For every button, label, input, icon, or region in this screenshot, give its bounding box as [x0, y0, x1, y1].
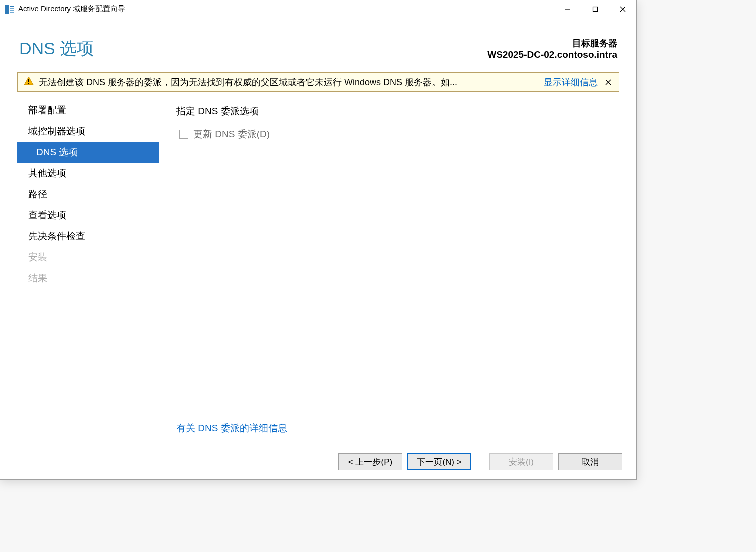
- warning-text: 无法创建该 DNS 服务器的委派，因为无法找到有权威的父区域或者它未运行 Win…: [39, 76, 539, 88]
- svg-rect-0: [6, 5, 10, 14]
- nav-item-review-options[interactable]: 查看选项: [18, 205, 160, 226]
- warning-close-button[interactable]: [603, 77, 614, 88]
- svg-rect-4: [10, 12, 14, 13]
- warning-icon: [24, 76, 34, 88]
- maximize-button[interactable]: [582, 0, 609, 18]
- minimize-button[interactable]: [554, 0, 582, 18]
- window-controls: [554, 0, 636, 18]
- nav-column: 部署配置 域控制器选项 DNS 选项 其他选项 路径 查看选项 先决条件检查 安…: [18, 97, 160, 445]
- nav-item-paths[interactable]: 路径: [18, 184, 160, 205]
- next-button[interactable]: 下一页(N) >: [408, 454, 472, 470]
- window-title: Active Directory 域服务配置向导: [18, 4, 554, 14]
- nav-item-additional-options[interactable]: 其他选项: [18, 163, 160, 184]
- dns-delegation-more-link[interactable]: 有关 DNS 委派的详细信息: [176, 418, 620, 435]
- nav-item-dns-options[interactable]: DNS 选项: [18, 142, 160, 163]
- svg-rect-2: [10, 8, 14, 9]
- nav-item-install: 安装: [18, 247, 160, 268]
- svg-rect-3: [10, 10, 14, 11]
- minimize-icon: [565, 6, 571, 12]
- page-title: DNS 选项: [20, 38, 94, 60]
- footer: < 上一步(P) 下一页(N) > 安装(I) 取消: [0, 445, 636, 480]
- svg-rect-11: [28, 83, 30, 84]
- update-dns-delegation-label: 更新 DNS 委派(D): [194, 128, 270, 141]
- previous-button[interactable]: < 上一步(P): [338, 454, 402, 470]
- target-server-label: 目标服务器: [488, 38, 618, 50]
- target-server-value: WS2025-DC-02.contoso.intra: [488, 50, 618, 60]
- nav-item-prerequisites[interactable]: 先决条件检查: [18, 226, 160, 247]
- header: DNS 选项 目标服务器 WS2025-DC-02.contoso.intra: [0, 18, 636, 72]
- section-label: 指定 DNS 委派选项: [176, 105, 620, 118]
- svg-rect-10: [28, 80, 30, 82]
- update-dns-delegation-checkbox[interactable]: [180, 130, 188, 139]
- warning-details-link[interactable]: 显示详细信息: [544, 76, 598, 88]
- close-icon: [620, 6, 626, 12]
- spacer: [176, 141, 620, 418]
- nav-item-deployment-config[interactable]: 部署配置: [18, 100, 160, 121]
- app-icon: [6, 5, 14, 14]
- svg-rect-6: [593, 7, 598, 12]
- maximize-icon: [592, 6, 598, 12]
- close-icon: [606, 80, 612, 86]
- install-button: 安装(I): [490, 454, 554, 470]
- nav-item-dc-options[interactable]: 域控制器选项: [18, 121, 160, 142]
- body: 部署配置 域控制器选项 DNS 选项 其他选项 路径 查看选项 先决条件检查 安…: [0, 97, 636, 445]
- content-column: 指定 DNS 委派选项 更新 DNS 委派(D) 有关 DNS 委派的详细信息: [160, 97, 636, 445]
- cancel-button[interactable]: 取消: [558, 454, 622, 470]
- update-dns-delegation-row: 更新 DNS 委派(D): [180, 128, 620, 141]
- titlebar: Active Directory 域服务配置向导: [0, 0, 636, 18]
- close-button[interactable]: [609, 0, 636, 18]
- target-server-block: 目标服务器 WS2025-DC-02.contoso.intra: [488, 38, 618, 60]
- nav-item-results: 结果: [18, 268, 160, 289]
- wizard-window: Active Directory 域服务配置向导 DNS 选项 目标服务器 WS…: [0, 0, 637, 480]
- svg-rect-1: [10, 6, 14, 7]
- warning-banner: 无法创建该 DNS 服务器的委派，因为无法找到有权威的父区域或者它未运行 Win…: [18, 72, 620, 92]
